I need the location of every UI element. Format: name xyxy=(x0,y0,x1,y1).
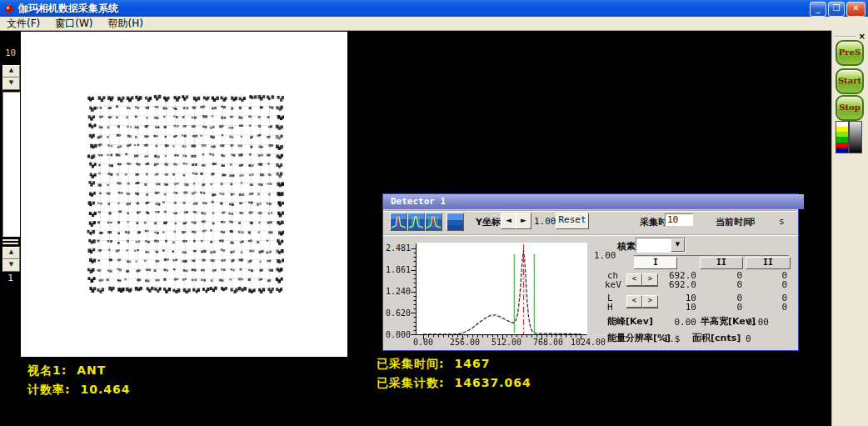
scale-readout: 1.00 xyxy=(594,250,616,261)
view-name-status: 视名1: ANT xyxy=(27,363,106,378)
gray-scale[interactable] xyxy=(849,121,862,153)
count-rate-value: 10.464 xyxy=(80,383,130,396)
panel-close-icon[interactable]: × xyxy=(859,33,866,41)
close-button[interactable]: ✕ xyxy=(846,2,866,17)
panel-grip xyxy=(835,36,856,38)
preset-button[interactable]: PreS xyxy=(836,40,864,66)
x-tick-0: 0.00 xyxy=(402,338,444,347)
restore-button[interactable]: ❐ xyxy=(828,2,845,17)
y-scale-value: 1.00 xyxy=(534,216,556,227)
total-counts-label: 已采集计数: xyxy=(377,376,445,389)
image-view xyxy=(21,32,347,357)
slider-max-label: 10 xyxy=(0,48,21,58)
roi-row-label-kev: keV xyxy=(605,279,621,290)
total-counts-value: 14637.064 xyxy=(454,376,531,389)
x-tick-3: 768.00 xyxy=(527,338,569,347)
tool-panel: × PreS Start Stop xyxy=(831,30,868,426)
spectrum-plot xyxy=(411,243,587,344)
flood-grid-image xyxy=(86,92,284,293)
stop-button[interactable]: Stop xyxy=(836,95,864,121)
menubar: 文件(F) 窗口(W) 帮助(H) xyxy=(0,17,868,31)
y-tick-4: 2.481 xyxy=(384,243,411,253)
x-tick-2: 512.00 xyxy=(486,338,527,347)
image-mode-icon[interactable] xyxy=(446,213,464,231)
slider-up-button[interactable]: ▲ xyxy=(2,65,20,78)
roi-header-line xyxy=(634,255,789,256)
app-icon xyxy=(3,3,15,14)
zoom-slider-track[interactable] xyxy=(2,92,20,237)
window-title: 伽玛相机数据采集系统 xyxy=(18,2,118,16)
roi-row-label-h: H xyxy=(607,302,613,313)
area-label: 面积[cnts] xyxy=(692,332,741,344)
slider2-up-button[interactable]: ▲ xyxy=(2,247,20,259)
fwhm-value: 0.00 xyxy=(731,317,769,328)
view-name-label: 视名1: xyxy=(27,363,67,377)
nuclide-label: 核素 xyxy=(617,240,636,253)
y-scale-left-button[interactable]: ◄ xyxy=(501,213,516,229)
acq-time-input[interactable] xyxy=(665,213,693,226)
ch-spinner-left-button[interactable]: < xyxy=(626,273,642,286)
start-button[interactable]: Start xyxy=(836,68,864,94)
toolbar-bottom-divider xyxy=(383,234,796,236)
roi-h-2: 0 xyxy=(694,302,742,313)
roi-kev-2: 0 xyxy=(694,279,742,290)
slider2-down-button[interactable]: ▼ xyxy=(2,259,20,272)
detector-titlebar[interactable]: Detector 1 xyxy=(383,194,804,209)
x-tick-4: 1024.00 xyxy=(567,338,609,347)
x-tick-1: 256.00 xyxy=(444,338,486,347)
dropdown-arrow-icon[interactable]: ▼ xyxy=(671,238,685,252)
lh-spinner-left-button[interactable]: < xyxy=(626,295,642,308)
main-window: 伽玛相机数据采集系统 _ ❐ ✕ 文件(F) 窗口(W) 帮助(H) 10 ▲ … xyxy=(0,0,868,426)
area-value: 0 xyxy=(746,333,762,344)
slider-min-label: 1 xyxy=(0,273,21,283)
count-rate-status: 计数率: 10.464 xyxy=(27,383,131,398)
roi-h-3: 0 xyxy=(739,302,787,313)
elapsed-time-label: 已采集时间: xyxy=(377,357,445,370)
time-unit-label: s xyxy=(779,216,785,227)
y-tick-2: 1.240 xyxy=(384,287,411,296)
nuclide-select[interactable]: ▼ xyxy=(636,238,686,253)
toolbar-top-divider xyxy=(383,210,796,212)
titlebar: 伽玛相机数据采集系统 _ ❐ ✕ xyxy=(0,0,868,17)
detector-window: Detector 1 Y坐标 ◄ ► 1.00 Reset 采集时 xyxy=(382,193,799,351)
reset-button[interactable]: Reset xyxy=(556,213,589,229)
cur-time-label: 当前时间 xyxy=(716,216,752,228)
view-name-value: ANT xyxy=(77,363,106,377)
elapsed-time-value: 1467 xyxy=(454,357,490,370)
spectrum-mode-icon-2[interactable] xyxy=(407,213,425,231)
y-tick-1: 0.620 xyxy=(384,308,411,318)
minimize-button[interactable]: _ xyxy=(810,2,826,17)
total-counts-status: 已采集计数: 14637.064 xyxy=(377,376,531,391)
roi-kev-1: 692.0 xyxy=(648,279,696,290)
y-axis-scale-label: Y坐标 xyxy=(476,216,501,228)
elapsed-time-status: 已采集时间: 1467 xyxy=(377,357,490,372)
spectrum-mode-icon-1[interactable] xyxy=(390,213,407,231)
roi-kev-3: 0 xyxy=(739,279,787,290)
y-tick-3: 1.861 xyxy=(384,265,411,274)
menu-file[interactable]: 文件(F) xyxy=(7,17,40,31)
spectrum-mode-icon-3[interactable] xyxy=(425,213,442,231)
roi-col-button-3[interactable]: II xyxy=(746,257,791,269)
y-scale-right-button[interactable]: ► xyxy=(516,213,531,229)
menu-window[interactable]: 窗口(W) xyxy=(55,17,92,31)
roi-col-button-1[interactable]: I xyxy=(634,257,677,269)
menu-help[interactable]: 帮助(H) xyxy=(108,17,143,31)
roi-col-button-2[interactable]: II xyxy=(700,257,743,269)
peak-value: 0.00 xyxy=(658,317,696,328)
slider-down-button[interactable]: ▼ xyxy=(2,78,20,90)
splitter-handle[interactable] xyxy=(2,238,18,244)
peak-label: 能峰[Kev] xyxy=(607,315,653,328)
roi-h-1: 10 xyxy=(648,302,696,313)
count-rate-label: 计数率: xyxy=(27,383,71,396)
cur-time-value: 8 xyxy=(750,216,756,227)
color-scale[interactable] xyxy=(836,121,849,153)
resolution-value: -1.$ xyxy=(658,333,683,344)
